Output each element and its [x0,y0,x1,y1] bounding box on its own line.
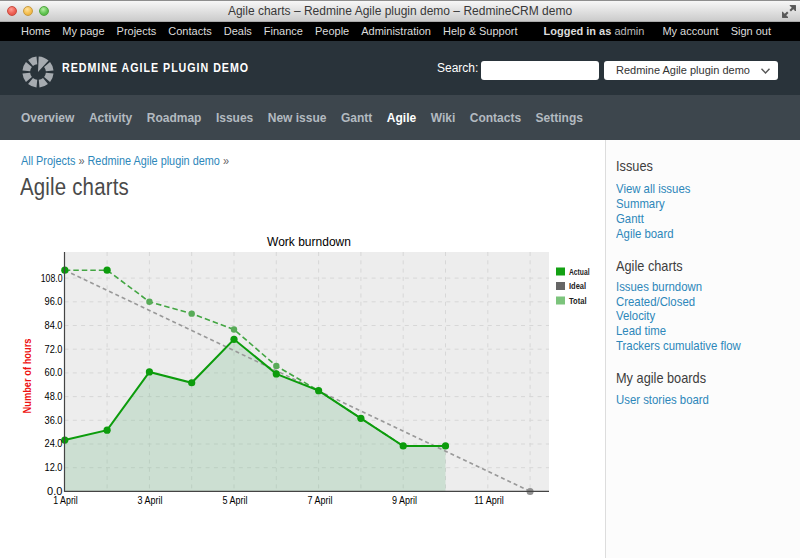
svg-text:Ideal: Ideal [569,281,586,291]
svg-text:Actual: Actual [569,267,590,277]
svg-text:84.0: 84.0 [45,319,63,331]
svg-text:Total: Total [569,296,587,306]
svg-text:9 April: 9 April [392,494,417,506]
svg-text:24.0: 24.0 [45,437,63,449]
svg-text:Work burndown: Work burndown [267,235,351,249]
svg-text:5 April: 5 April [223,494,248,506]
svg-text:96.0: 96.0 [45,295,63,307]
svg-text:36.0: 36.0 [45,414,63,426]
svg-text:48.0: 48.0 [45,390,63,402]
svg-text:7 April: 7 April [308,494,333,506]
svg-text:3 April: 3 April [138,494,163,506]
svg-text:72.0: 72.0 [45,343,63,355]
svg-text:12.0: 12.0 [45,461,63,473]
svg-text:60.0: 60.0 [45,366,63,378]
svg-text:108.0: 108.0 [41,272,63,284]
svg-text:1 April: 1 April [53,494,78,506]
svg-text:Number of hours: Number of hours [22,338,33,413]
svg-text:11 April: 11 April [474,494,504,506]
